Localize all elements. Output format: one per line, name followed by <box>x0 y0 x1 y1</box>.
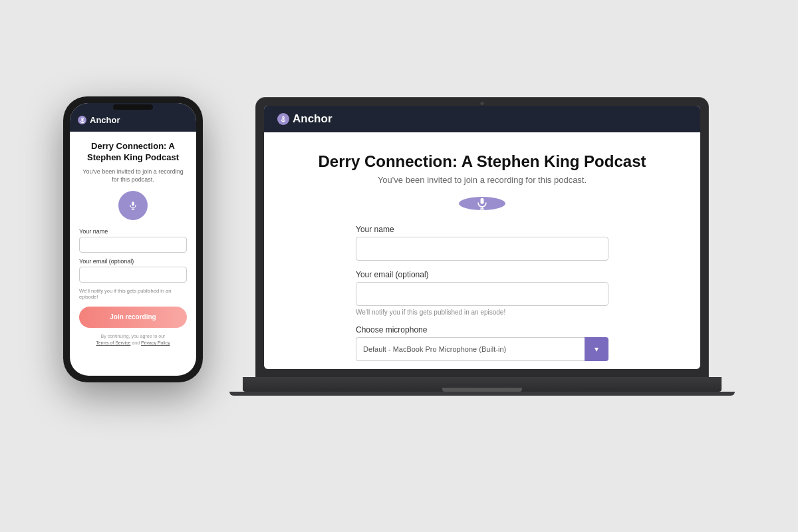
phone-name-input[interactable] <box>79 237 187 253</box>
laptop-mic-icon <box>475 197 489 210</box>
phone-invite-text: You've been invited to join a recording … <box>79 168 187 184</box>
microphone-selector-row: Default - MacBook Pro Microphone (Built-… <box>356 337 608 361</box>
laptop-name-label: Your name <box>356 225 608 234</box>
laptop-mic-circle <box>459 197 505 210</box>
laptop-invite-text: You've been invited to join a recording … <box>378 175 587 185</box>
laptop-mic-label: Choose microphone <box>356 325 608 334</box>
laptop-content: Derry Connection: A Stephen King Podcast… <box>264 132 700 369</box>
laptop-email-label: Your email (optional) <box>356 270 608 279</box>
phone-anchor-logo: Anchor <box>78 115 120 125</box>
laptop-foot <box>229 392 735 396</box>
scene: Anchor Derry Connection: A Stephen King … <box>63 96 735 436</box>
phone-join-button[interactable]: Join recording <box>79 307 187 328</box>
laptop-mockup: Anchor Derry Connection: A Stephen King … <box>229 98 735 396</box>
phone-and: and <box>132 340 140 345</box>
phone-podcast-title: Derry Connection: A Stephen King Podcast <box>79 141 187 164</box>
phone-mic-icon <box>128 201 138 210</box>
phone-email-notify: We'll notify you if this gets published … <box>79 288 187 300</box>
phone-email-label: Your email (optional) <box>79 258 187 265</box>
microphone-select[interactable]: Default - MacBook Pro Microphone (Built-… <box>356 337 585 361</box>
phone-anchor-icon <box>79 117 86 124</box>
phone-terms: By continuing, you agree to our Terms of… <box>79 333 187 347</box>
phone-notch <box>113 104 153 110</box>
phone-privacy-link[interactable]: Privacy Policy <box>141 340 170 345</box>
svg-rect-1 <box>132 201 134 205</box>
svg-rect-5 <box>481 198 484 204</box>
phone-terms-link[interactable]: Terms of Service <box>96 340 130 345</box>
laptop-base <box>243 377 722 392</box>
phone-name-label: Your name <box>79 228 187 235</box>
laptop-email-notify: We'll notify you if this gets published … <box>356 309 608 316</box>
laptop-email-input[interactable] <box>356 282 608 306</box>
laptop-podcast-title: Derry Connection: A Stephen King Podcast <box>319 152 646 171</box>
phone-form: Your name Your email (optional) We'll no… <box>79 228 187 347</box>
phone-email-input[interactable] <box>79 267 187 283</box>
phone-content: Derry Connection: A Stephen King Podcast… <box>70 132 196 376</box>
laptop-screen: Anchor Derry Connection: A Stephen King … <box>264 106 700 369</box>
laptop-anchor-circle <box>277 113 289 125</box>
laptop-lid: Anchor Derry Connection: A Stephen King … <box>256 98 708 377</box>
laptop-anchor-icon <box>280 116 287 122</box>
laptop-brand-name: Anchor <box>293 112 332 126</box>
phone-screen: Anchor Derry Connection: A Stephen King … <box>70 103 196 376</box>
phone-mockup: Anchor Derry Connection: A Stephen King … <box>63 96 203 382</box>
phone-mic-circle <box>118 191 148 220</box>
chevron-down-icon: ▾ <box>595 344 598 354</box>
laptop-name-input[interactable] <box>356 237 608 261</box>
phone-brand-name: Anchor <box>90 115 120 125</box>
laptop-camera <box>481 102 484 105</box>
phone-anchor-circle <box>78 116 86 124</box>
microphone-dropdown-button[interactable]: ▾ <box>585 337 608 361</box>
laptop-header: Anchor <box>264 106 700 132</box>
laptop-anchor-logo: Anchor <box>277 112 332 126</box>
phone-terms-prefix: By continuing, you agree to our <box>101 334 166 338</box>
laptop-form: Your name Your email (optional) We'll no… <box>356 225 608 369</box>
